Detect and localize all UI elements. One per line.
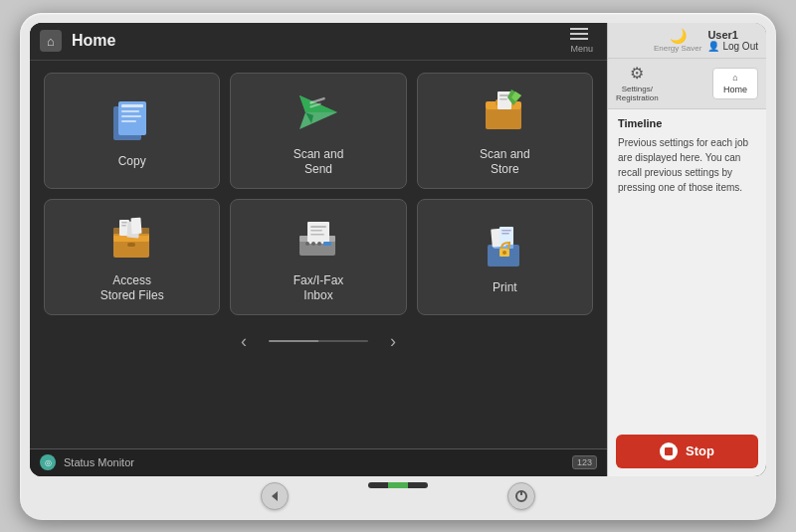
top-bar: ⌂ Home Menu [30, 23, 607, 61]
svg-rect-27 [127, 243, 135, 247]
tile-scan-send[interactable]: Scan andSend [230, 73, 406, 189]
svg-rect-19 [113, 240, 149, 258]
tile-print[interactable]: Print [417, 199, 593, 315]
logout-label: Log Out [722, 41, 758, 52]
svg-rect-9 [309, 96, 325, 103]
gear-icon: ⚙ [630, 64, 644, 83]
svg-point-36 [317, 242, 321, 246]
svg-rect-24 [121, 225, 126, 227]
settings-home-bar: ⚙ Settings/Registration ⌂ Home [608, 59, 766, 109]
svg-rect-23 [121, 222, 127, 224]
stop-button[interactable]: Stop [616, 435, 758, 468]
hw-back-button[interactable] [261, 482, 289, 510]
tile-access-files[interactable]: AccessStored Files [44, 199, 220, 315]
hardware-buttons [30, 476, 766, 512]
svg-rect-43 [501, 233, 509, 235]
svg-rect-42 [501, 230, 511, 232]
page-title: Home [72, 32, 115, 50]
tile-scan-store[interactable]: Scan andStore [417, 73, 593, 189]
print-icon [478, 219, 531, 272]
stop-icon [660, 443, 678, 460]
timeline-text: Previous settings for each job are displ… [618, 135, 756, 195]
menu-label: Menu [570, 44, 593, 54]
svg-rect-33 [310, 234, 324, 236]
svg-rect-26 [130, 217, 141, 234]
stop-label: Stop [686, 443, 714, 458]
svg-marker-46 [272, 491, 278, 501]
home-icon-wrap: ⌂ Home [40, 30, 115, 52]
svg-point-34 [305, 242, 309, 246]
fax-label: Fax/I-FaxInbox [294, 273, 344, 304]
scan-store-label: Scan andStore [480, 147, 530, 178]
menu-button[interactable]: Menu [566, 24, 597, 58]
svg-rect-11 [486, 107, 521, 129]
svg-point-45 [502, 251, 506, 255]
content-area: Copy [30, 61, 607, 448]
screen: ⌂ Home Menu [30, 23, 766, 476]
scan-send-icon [292, 86, 345, 139]
menu-line-3 [570, 38, 588, 40]
status-monitor-label: Status Monitor [64, 456, 134, 468]
svg-rect-32 [310, 230, 322, 232]
tile-fax[interactable]: Fax/I-FaxInbox [230, 199, 406, 315]
status-monitor-icon: ◎ [40, 454, 56, 470]
pagination: ‹ › [44, 325, 593, 356]
access-files-label: AccessStored Files [100, 273, 164, 304]
settings-label: Settings/Registration [616, 85, 659, 103]
stop-square [665, 447, 673, 455]
user-info: User1 👤 Log Out [707, 29, 758, 52]
copy-label: Copy [118, 154, 146, 170]
user-name: User1 [707, 29, 758, 41]
svg-point-35 [311, 242, 315, 246]
logout-icon: 👤 [707, 41, 719, 52]
access-files-icon [105, 212, 159, 266]
print-label: Print [493, 280, 517, 296]
home-right-icon: ⌂ [732, 73, 737, 83]
hw-power-button[interactable] [507, 482, 535, 510]
power-indicator [368, 482, 428, 488]
main-area: ⌂ Home Menu [30, 23, 607, 476]
timeline-section: Timeline Previous settings for each job … [608, 109, 766, 427]
logout-button[interactable]: 👤 Log Out [707, 41, 758, 52]
home-nav-icon: ⌂ [40, 30, 62, 52]
svg-rect-3 [121, 110, 139, 112]
scan-send-label: Scan andSend [294, 147, 344, 178]
home-right-label: Home [723, 85, 747, 94]
tile-copy[interactable]: Copy [44, 73, 220, 189]
moon-icon: 🌙 [670, 28, 687, 44]
energy-saver-label: Energy Saver [654, 44, 701, 53]
fax-icon [292, 212, 345, 266]
svg-rect-30 [307, 222, 329, 244]
right-panel: 🌙 Energy Saver User1 👤 Log Out ⚙ Setting… [607, 23, 766, 476]
scan-store-icon [478, 86, 531, 139]
svg-rect-15 [499, 94, 509, 96]
status-bar: ◎ Status Monitor 123 [30, 448, 607, 476]
svg-rect-5 [121, 120, 136, 122]
home-right-button[interactable]: ⌂ Home [712, 68, 758, 99]
keyboard-badge: 123 [572, 455, 597, 469]
svg-rect-4 [121, 115, 141, 117]
svg-rect-31 [310, 226, 326, 228]
prev-page-button[interactable]: ‹ [233, 329, 255, 354]
menu-line-1 [570, 28, 588, 30]
svg-rect-37 [323, 242, 331, 246]
user-bar: 🌙 Energy Saver User1 👤 Log Out [608, 23, 766, 59]
next-page-button[interactable]: › [382, 329, 404, 354]
device-body: ⌂ Home Menu [20, 13, 776, 520]
menu-line-2 [570, 33, 588, 35]
timeline-title: Timeline [618, 117, 756, 129]
app-grid: Copy [44, 73, 593, 315]
pagination-indicator [269, 340, 368, 342]
svg-rect-2 [121, 104, 143, 107]
settings-button[interactable]: ⚙ Settings/Registration [616, 64, 659, 103]
copy-icon [105, 92, 159, 146]
svg-rect-16 [499, 98, 507, 100]
